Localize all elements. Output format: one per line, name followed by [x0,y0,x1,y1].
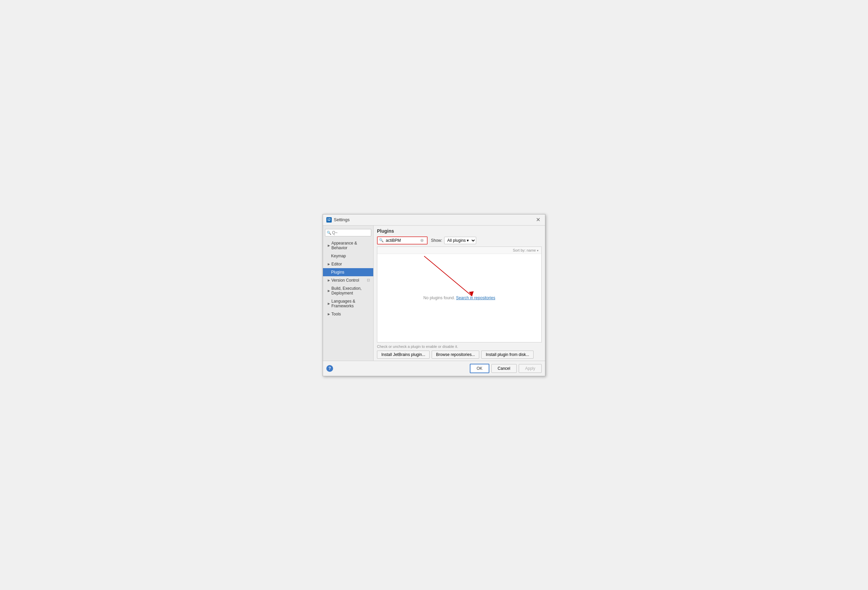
browse-repositories-button[interactable]: Browse repositories... [432,350,479,359]
sidebar-item-tools[interactable]: ▶ Tools [323,310,373,318]
sort-arrow-icon: ▾ [537,249,539,252]
sidebar-item-plugins[interactable]: Plugins [323,268,373,276]
chevron-right-icon: ▶ [328,302,330,305]
apply-button[interactable]: Apply [519,364,542,373]
main-content: Plugins 🔍 ⊗ Show: All plugins ▾ Enabled … [373,226,545,361]
sidebar-item-appearance[interactable]: ▶ Appearance & Behavior [323,239,373,252]
dialog-footer: ? OK Cancel Apply [323,361,545,376]
version-control-badge: ⊡ [367,278,370,282]
sidebar-item-label: Languages & Frameworks [331,299,370,308]
sidebar-item-label: Build, Execution, Deployment [331,286,370,296]
plugins-list-content: No plugins found. Search in repositories [377,254,541,342]
chevron-right-icon: ▶ [328,244,330,247]
sidebar-item-label: Tools [331,312,341,316]
app-icon: IJ [326,217,332,223]
search-in-repositories-link[interactable]: Search in repositories [456,296,495,300]
clear-search-button[interactable]: ⊗ [419,237,425,243]
sidebar-item-label: Editor [331,262,342,266]
sort-by-label[interactable]: Sort by: name ▾ [513,248,539,252]
title-bar-left: IJ Settings [326,217,350,223]
sidebar-item-label: Plugins [331,270,344,275]
install-jetbrains-button[interactable]: Install JetBrains plugin... [377,350,430,359]
plugins-list-area: Sort by: name ▾ No plugins found. Search… [377,247,542,342]
sort-bar: Sort by: name ▾ [377,247,541,254]
sidebar-item-keymap[interactable]: Keymap [323,252,373,260]
sidebar-search-icon: 🔍 [327,230,331,235]
bottom-buttons: Install JetBrains plugin... Browse repos… [377,350,542,359]
settings-dialog: IJ Settings ✕ 🔍 ▶ Appearance & Behavior … [323,214,545,376]
plugins-toolbar: 🔍 ⊗ Show: All plugins ▾ Enabled Disabled… [377,237,542,244]
footer-left: ? [326,365,468,372]
sidebar-search-wrapper: 🔍 [325,229,371,237]
show-select[interactable]: All plugins ▾ Enabled Disabled Bundled C… [444,237,476,244]
sidebar-item-label: Keymap [331,254,346,258]
plugin-search-wrapper: 🔍 ⊗ [377,237,428,244]
dialog-body: 🔍 ▶ Appearance & Behavior Keymap ▶ Edito… [323,226,545,361]
plugins-title: Plugins [377,228,542,234]
sidebar-item-build[interactable]: ▶ Build, Execution, Deployment [323,284,373,297]
chevron-right-icon: ▶ [328,312,330,316]
plugin-search-input[interactable] [385,237,419,244]
hint-text: Check or uncheck a plugin to enable or d… [377,345,542,349]
ok-button[interactable]: OK [470,364,489,373]
cancel-button[interactable]: Cancel [492,364,517,373]
chevron-right-icon: ▶ [328,289,330,293]
sidebar-search-input[interactable] [325,229,371,237]
plugin-search-icon: 🔍 [378,237,385,244]
close-button[interactable]: ✕ [534,216,542,223]
chevron-right-icon: ▶ [328,279,330,282]
show-label: Show: [431,238,442,243]
sidebar-item-editor[interactable]: ▶ Editor [323,260,373,268]
install-from-disk-button[interactable]: Install plugin from disk... [481,350,534,359]
sidebar-item-label: Appearance & Behavior [331,241,370,250]
sidebar-item-version-control[interactable]: ▶ Version Control ⊡ [323,276,373,284]
plugins-list-area-wrapper: Sort by: name ▾ No plugins found. Search… [377,247,542,342]
chevron-right-icon: ▶ [328,262,330,266]
sidebar: 🔍 ▶ Appearance & Behavior Keymap ▶ Edito… [323,226,373,361]
sidebar-item-languages[interactable]: ▶ Languages & Frameworks [323,297,373,310]
app-icon-label: IJ [328,218,331,222]
title-bar: IJ Settings ✕ [323,214,545,226]
help-button[interactable]: ? [326,365,333,372]
no-plugins-message: No plugins found. Search in repositories [424,296,495,300]
dialog-title: Settings [334,217,350,222]
sidebar-item-label: Version Control [331,278,359,283]
